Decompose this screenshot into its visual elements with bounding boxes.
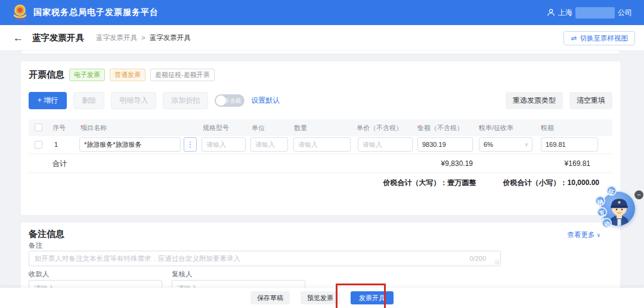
reselect-invoice-type-button[interactable]: 重选发票类型 bbox=[506, 92, 563, 109]
breadcrumb-item[interactable]: 蓝字发票开具 bbox=[96, 33, 137, 42]
page: 中国税务 国家税务总局电子发票服务平台 上海 公司 ← 蓝字发票开具 蓝字发票开… bbox=[0, 0, 644, 308]
invoice-toolbar: + 增行 删除 明细导入 添加折扣 不含税 设置默认 重选发票类型 清空重填 bbox=[29, 93, 612, 108]
person-icon bbox=[547, 8, 555, 17]
set-default-link[interactable]: 设置默认 bbox=[251, 96, 280, 106]
col-index: 序号 bbox=[52, 119, 66, 136]
breadcrumb-item-current: 蓝字发票开具 bbox=[150, 33, 191, 42]
col-spec: 规格型号 bbox=[203, 119, 229, 136]
col-name: 项目名称 bbox=[80, 119, 107, 136]
scrolled-card-remnant bbox=[21, 51, 620, 54]
reviewer-label: 复核人 bbox=[172, 270, 193, 279]
table-row: 1 ⋮ 6% ∨ bbox=[29, 135, 612, 154]
preview-invoice-button[interactable]: 预览发票 bbox=[301, 291, 340, 304]
items-table-header: 序号 *项目名称 规格型号 单位 数量 单价（不含税） *金额（不含税） *税率… bbox=[29, 119, 612, 136]
sum-tax: ¥169.81 bbox=[538, 154, 590, 173]
clear-refill-button[interactable]: 清空重填 bbox=[569, 92, 612, 109]
invoice-title-row: 开票信息 电子发票 普通发票 差额征税-差额开票 bbox=[29, 69, 215, 81]
price-input[interactable] bbox=[358, 137, 413, 152]
qty-input[interactable] bbox=[293, 137, 351, 152]
footer-action-bar: 保存草稿 预览发票 发票开具 bbox=[0, 288, 644, 308]
issue-invoice-button[interactable]: 发票开具 bbox=[351, 291, 394, 304]
plus-icon: + bbox=[38, 96, 42, 104]
tax-excluded-toggle[interactable]: 不含税 bbox=[215, 94, 244, 107]
switch-view-label: 切换至票样视图 bbox=[580, 34, 628, 43]
remark-textarea[interactable]: 如开票人对备注文本长度等有特殊需求，应通过自定义附加要素录入 0/200 bbox=[29, 251, 501, 266]
logo-caption: 中国税务 bbox=[15, 18, 26, 21]
sum-label: 合计 bbox=[52, 154, 67, 173]
back-arrow-icon[interactable]: ← bbox=[13, 33, 23, 43]
section-title-invoice: 开票信息 bbox=[29, 69, 64, 81]
col-tax: 税额 bbox=[541, 119, 554, 136]
invoice-info-card: 开票信息 电子发票 普通发票 差额征税-差额开票 + 增行 删除 明细导入 添加… bbox=[21, 61, 620, 215]
company-name-prefix: 上海 bbox=[558, 8, 572, 18]
tax-bureau-logo-icon: 中国税务 bbox=[12, 4, 28, 21]
view-more-label: 查看更多 bbox=[567, 230, 595, 239]
chevron-down-icon: ∨ bbox=[524, 138, 528, 151]
row-checkbox[interactable] bbox=[35, 141, 42, 149]
amount-input[interactable] bbox=[417, 137, 473, 152]
tag-electronic-invoice: 电子发票 bbox=[69, 69, 105, 81]
tag-differential-tax: 差额征税-差额开票 bbox=[150, 69, 215, 81]
total-in-words: 价税合计（大写）：壹万圆整 bbox=[383, 178, 476, 188]
tax-rate-value: 6% bbox=[484, 141, 493, 148]
company-name-suffix: 公司 bbox=[618, 8, 632, 18]
save-draft-button[interactable]: 保存草稿 bbox=[250, 291, 290, 304]
delete-button[interactable]: 删除 bbox=[73, 92, 104, 109]
total-in-figures: 价税合计（小写）：10,000.00 bbox=[503, 178, 599, 188]
add-discount-button[interactable]: 添加折扣 bbox=[163, 92, 208, 109]
import-detail-button[interactable]: 明细导入 bbox=[111, 92, 156, 109]
sum-amount: ¥9,830.19 bbox=[413, 154, 473, 173]
header-user-area[interactable]: 上海 公司 bbox=[547, 7, 632, 19]
unit-input[interactable] bbox=[250, 137, 288, 152]
section-title-remark: 备注信息 bbox=[29, 229, 64, 240]
sum-row: 合计 ¥9,830.19 ¥169.81 bbox=[29, 154, 612, 173]
chevron-down-icon: ∨ bbox=[596, 232, 600, 238]
resize-handle[interactable] bbox=[494, 260, 499, 264]
switch-view-button[interactable]: ⇌ 切换至票样视图 bbox=[564, 31, 635, 45]
app-title: 国家税务总局电子发票服务平台 bbox=[33, 7, 159, 18]
col-price: 单价（不含税） bbox=[357, 119, 402, 136]
col-qty: 数量 bbox=[294, 119, 307, 136]
spec-input[interactable] bbox=[202, 137, 246, 152]
breadcrumb-bar: ← 蓝字发票开具 蓝字发票开具 > 蓝字发票开具 ⇌ 切换至票样视图 bbox=[0, 25, 644, 51]
tax-amount-input[interactable] bbox=[541, 137, 598, 152]
tax-rate-select[interactable]: 6% ∨ bbox=[479, 137, 532, 152]
breadcrumb: 蓝字发票开具 > 蓝字发票开具 bbox=[96, 33, 191, 42]
swap-icon: ⇌ bbox=[571, 34, 577, 42]
row-index: 1 bbox=[54, 135, 58, 154]
grand-totals-row: 价税合计（大写）：壹万圆整 价税合计（小写）：10,000.00 bbox=[29, 173, 612, 192]
breadcrumb-separator: > bbox=[141, 34, 145, 41]
payee-label: 收款人 bbox=[29, 270, 49, 279]
app-header: 中国税务 国家税务总局电子发票服务平台 上海 公司 bbox=[0, 0, 644, 25]
col-unit: 单位 bbox=[252, 119, 265, 136]
col-rate: 税率/征收率 bbox=[479, 119, 513, 136]
add-row-label: 增行 bbox=[44, 96, 58, 104]
item-more-button[interactable]: ⋮ bbox=[184, 137, 197, 152]
tag-ordinary-invoice: 普通发票 bbox=[110, 69, 145, 81]
toggle-label: 不含税 bbox=[224, 94, 242, 107]
char-counter: 0/200 bbox=[469, 251, 486, 266]
page-title: 蓝字发票开具 bbox=[32, 32, 84, 44]
minimize-widget-button[interactable]: − bbox=[634, 190, 643, 199]
tax-interaction-widget[interactable]: 征 纳 互 动 bbox=[592, 184, 643, 233]
add-row-button[interactable]: + 增行 bbox=[29, 92, 67, 109]
col-amount: 金额（不含税） bbox=[417, 119, 463, 136]
remark-label: 备注 bbox=[29, 241, 42, 250]
remark-placeholder: 如开票人对备注文本长度等有特殊需求，应通过自定义附加要素录入 bbox=[35, 251, 240, 266]
select-all-checkbox[interactable] bbox=[35, 124, 42, 131]
redacted-company-name bbox=[575, 7, 615, 19]
item-name-input[interactable] bbox=[79, 137, 181, 152]
